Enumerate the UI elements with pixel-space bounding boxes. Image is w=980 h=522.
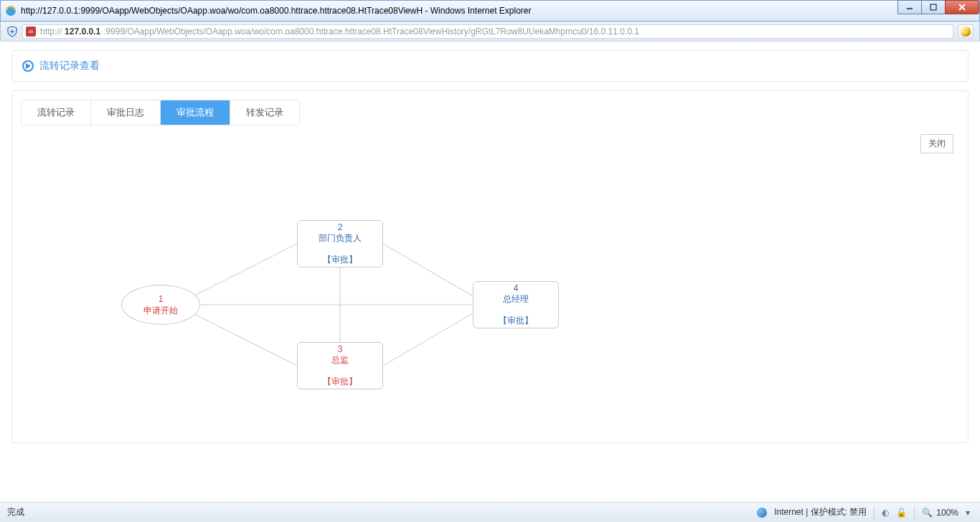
flow-node-director[interactable]: 3 总监 【审批】	[297, 342, 383, 389]
flow-lines	[21, 161, 666, 434]
content-panel: 流转记录 审批日志 审批流程 转发记录 关闭	[11, 90, 969, 443]
close-button[interactable]: 关闭	[920, 134, 953, 153]
node-number: 1	[159, 293, 164, 305]
url-input[interactable]: ∞ http://127.0.0.1:9999/OAapp/WebObjects…	[22, 24, 953, 39]
svg-line-12	[383, 313, 473, 366]
security-zone-text: Internet | 保护模式: 禁用	[774, 506, 867, 518]
svg-line-8	[193, 244, 297, 296]
close-window-button[interactable]	[945, 0, 979, 14]
node-action: 【审批】	[323, 376, 357, 387]
flow-node-dept-head[interactable]: 2 部门负责人 【审批】	[297, 220, 383, 267]
zoom-level: 100%	[936, 508, 958, 518]
protected-mode-icon[interactable]: ◐	[882, 508, 889, 518]
url-path: :9999/OAapp/WebObjects/OAapp.woa/wo/com.…	[103, 27, 639, 37]
page-title: 流转记录查看	[39, 60, 100, 72]
divider	[874, 506, 875, 519]
minimize-button[interactable]	[897, 0, 922, 14]
globe-icon	[757, 508, 767, 518]
svg-line-11	[383, 244, 473, 296]
node-number: 2	[338, 222, 343, 233]
node-number: 3	[338, 344, 343, 355]
window-controls	[898, 0, 979, 14]
tab-forward-record[interactable]: 转发记录	[230, 100, 299, 125]
tab-approval-log[interactable]: 审批日志	[91, 100, 161, 125]
node-label: 总经理	[503, 294, 529, 305]
node-label: 部门负责人	[319, 233, 362, 244]
maximize-button[interactable]	[921, 0, 946, 14]
node-number: 4	[514, 283, 519, 294]
security-shield-icon[interactable]	[6, 26, 18, 37]
svg-marker-7	[26, 63, 31, 69]
flow-node-general-manager[interactable]: 4 总经理 【审批】	[473, 281, 559, 328]
unlock-icon[interactable]: 🔓	[896, 508, 907, 518]
ie-icon	[5, 5, 17, 16]
url-scheme: http://	[40, 27, 62, 37]
zoom-dropdown-icon[interactable]: ▾	[963, 508, 973, 518]
tab-approval-flow[interactable]: 审批流程	[161, 100, 230, 125]
status-bar: 完成 Internet | 保护模式: 禁用 ◐ 🔓 🔍 100% ▾	[0, 502, 980, 522]
page-viewport: 流转记录查看 流转记录 审批日志 审批流程 转发记录 关闭	[0, 42, 980, 502]
smiley-icon	[961, 27, 971, 37]
compat-view-button[interactable]	[958, 24, 974, 39]
window-title: http://127.0.0.1:9999/OAapp/WebObjects/O…	[21, 6, 532, 16]
node-action: 【审批】	[323, 255, 357, 265]
site-favicon: ∞	[26, 27, 36, 37]
node-action: 【审批】	[499, 315, 533, 326]
svg-line-10	[193, 313, 297, 366]
browser-title-bar: http://127.0.0.1:9999/OAapp/WebObjects/O…	[0, 0, 980, 22]
svg-rect-2	[930, 4, 936, 10]
play-circle-icon	[22, 60, 34, 72]
flow-diagram: 1 申请开始 2 部门负责人 【审批】 3 总监	[21, 161, 959, 434]
flow-node-start[interactable]: 1 申请开始	[121, 285, 200, 325]
status-left: 完成	[7, 506, 24, 518]
divider	[914, 506, 915, 519]
node-label: 总监	[331, 355, 349, 366]
zoom-control[interactable]: 🔍 100% ▾	[922, 508, 973, 518]
address-bar: ∞ http://127.0.0.1:9999/OAapp/WebObjects…	[0, 22, 980, 42]
zoom-icon: 🔍	[922, 508, 932, 518]
tab-bar: 流转记录 审批日志 审批流程 转发记录	[21, 100, 300, 125]
node-label: 申请开始	[143, 305, 178, 316]
page-header-panel: 流转记录查看	[11, 50, 969, 82]
url-host: 127.0.0.1	[65, 27, 100, 37]
tab-flow-record[interactable]: 流转记录	[22, 100, 91, 125]
